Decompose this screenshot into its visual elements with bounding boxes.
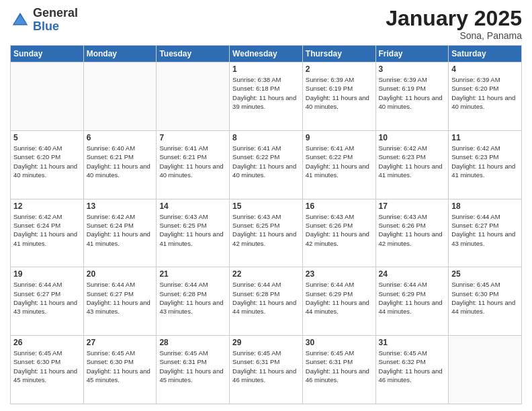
day-number: 12 (13, 201, 81, 211)
day-info-line: Sunset: 6:26 PM (306, 221, 373, 230)
day-info-line: Sunrise: 6:41 AM (306, 144, 373, 152)
day-info: Sunrise: 6:38 AMSunset: 6:18 PMDaylight:… (232, 75, 300, 111)
calendar-week-3: 12Sunrise: 6:42 AMSunset: 6:24 PMDayligh… (11, 199, 522, 267)
month-title: January 2025 (386, 7, 522, 30)
calendar-cell: 28Sunrise: 6:45 AMSunset: 6:31 PMDayligh… (157, 336, 230, 404)
calendar-cell: 5Sunrise: 6:40 AMSunset: 6:20 PMDaylight… (11, 130, 84, 199)
day-info-line: Sunrise: 6:45 AM (159, 349, 226, 357)
day-info-line: Sunset: 6:29 PM (379, 289, 446, 298)
day-number: 22 (232, 269, 300, 279)
calendar-cell: 10Sunrise: 6:42 AMSunset: 6:23 PMDayligh… (375, 130, 449, 199)
day-info-line: Sunset: 6:30 PM (13, 357, 81, 366)
day-info: Sunrise: 6:44 AMSunset: 6:27 PMDaylight:… (13, 280, 81, 316)
day-info-line: Sunrise: 6:43 AM (306, 212, 373, 221)
calendar-cell: 23Sunrise: 6:44 AMSunset: 6:29 PMDayligh… (302, 267, 375, 336)
calendar-cell: 9Sunrise: 6:41 AMSunset: 6:22 PMDaylight… (302, 130, 375, 199)
day-info-line: Daylight: 11 hours and 41 minutes. (379, 162, 446, 180)
day-info: Sunrise: 6:43 AMSunset: 6:26 PMDaylight:… (306, 212, 373, 248)
day-info-line: Sunrise: 6:39 AM (379, 75, 446, 84)
day-info-line: Daylight: 11 hours and 41 minutes. (87, 230, 154, 248)
header: General Blue January 2025 Sona, Panama (10, 7, 522, 41)
day-info-line: Daylight: 11 hours and 41 minutes. (13, 230, 81, 248)
day-info: Sunrise: 6:39 AMSunset: 6:19 PMDaylight:… (306, 75, 373, 111)
day-info-line: Sunrise: 6:44 AM (13, 280, 81, 289)
day-number: 17 (379, 201, 446, 211)
calendar-cell: 27Sunrise: 6:45 AMSunset: 6:30 PMDayligh… (83, 336, 157, 404)
day-number: 6 (87, 133, 154, 142)
day-info-line: Sunrise: 6:42 AM (451, 144, 519, 152)
calendar-cell (157, 62, 230, 131)
calendar-cell: 3Sunrise: 6:39 AMSunset: 6:19 PMDaylight… (375, 62, 449, 131)
day-number: 15 (232, 201, 300, 211)
day-info-line: Sunrise: 6:44 AM (87, 280, 154, 289)
day-number: 14 (159, 201, 226, 211)
day-info-line: Sunset: 6:32 PM (379, 357, 446, 366)
day-info-line: Daylight: 11 hours and 45 minutes. (87, 367, 154, 385)
logo-general: General (33, 7, 78, 20)
day-info: Sunrise: 6:44 AMSunset: 6:28 PMDaylight:… (232, 280, 300, 316)
calendar-header-tuesday: Tuesday (157, 46, 230, 62)
calendar-cell: 7Sunrise: 6:41 AMSunset: 6:21 PMDaylight… (157, 130, 230, 199)
day-info-line: Daylight: 11 hours and 44 minutes. (451, 298, 519, 316)
day-info-line: Sunset: 6:27 PM (13, 289, 81, 298)
day-info-line: Sunset: 6:29 PM (306, 289, 373, 298)
day-info: Sunrise: 6:39 AMSunset: 6:19 PMDaylight:… (379, 75, 446, 111)
day-number: 25 (451, 269, 519, 279)
calendar-cell: 6Sunrise: 6:40 AMSunset: 6:21 PMDaylight… (83, 130, 157, 199)
calendar-cell: 15Sunrise: 6:43 AMSunset: 6:25 PMDayligh… (230, 199, 303, 267)
day-info-line: Daylight: 11 hours and 42 minutes. (306, 230, 373, 248)
calendar-cell: 26Sunrise: 6:45 AMSunset: 6:30 PMDayligh… (11, 336, 84, 404)
day-info-line: Sunset: 6:25 PM (232, 221, 300, 230)
calendar-header-sunday: Sunday (11, 46, 84, 62)
day-info-line: Sunset: 6:26 PM (379, 221, 446, 230)
calendar-header-saturday: Saturday (449, 46, 522, 62)
day-info-line: Daylight: 11 hours and 39 minutes. (232, 93, 300, 111)
day-info-line: Sunrise: 6:45 AM (306, 349, 373, 357)
day-info: Sunrise: 6:43 AMSunset: 6:25 PMDaylight:… (159, 212, 226, 248)
day-info-line: Sunrise: 6:45 AM (451, 280, 519, 289)
day-info-line: Daylight: 11 hours and 40 minutes. (306, 93, 373, 111)
day-info-line: Daylight: 11 hours and 41 minutes. (306, 162, 373, 180)
day-info-line: Sunset: 6:21 PM (87, 152, 154, 161)
calendar-header-friday: Friday (375, 46, 449, 62)
day-info-line: Sunset: 6:21 PM (159, 152, 226, 161)
calendar-cell: 18Sunrise: 6:44 AMSunset: 6:27 PMDayligh… (449, 199, 522, 267)
day-info-line: Daylight: 11 hours and 40 minutes. (451, 93, 519, 111)
day-info-line: Sunrise: 6:42 AM (379, 144, 446, 152)
day-info-line: Sunrise: 6:44 AM (451, 212, 519, 221)
day-info-line: Daylight: 11 hours and 42 minutes. (379, 230, 446, 248)
day-info-line: Sunrise: 6:43 AM (379, 212, 446, 221)
day-info-line: Daylight: 11 hours and 43 minutes. (87, 298, 154, 316)
day-info-line: Sunrise: 6:40 AM (13, 144, 81, 152)
day-info-line: Sunset: 6:23 PM (451, 152, 519, 161)
day-number: 2 (306, 64, 373, 74)
day-info-line: Sunrise: 6:44 AM (232, 280, 300, 289)
day-number: 31 (379, 338, 446, 347)
day-info-line: Daylight: 11 hours and 45 minutes. (159, 367, 226, 385)
day-info-line: Daylight: 11 hours and 46 minutes. (306, 367, 373, 385)
day-info: Sunrise: 6:42 AMSunset: 6:24 PMDaylight:… (87, 212, 154, 248)
day-info-line: Sunrise: 6:38 AM (232, 75, 300, 84)
day-info-line: Sunrise: 6:44 AM (379, 280, 446, 289)
calendar-cell: 31Sunrise: 6:45 AMSunset: 6:32 PMDayligh… (375, 336, 449, 404)
day-info-line: Sunset: 6:23 PM (379, 152, 446, 161)
logo-blue: Blue (33, 20, 78, 34)
day-info: Sunrise: 6:44 AMSunset: 6:29 PMDaylight:… (379, 280, 446, 316)
day-number: 11 (451, 133, 519, 142)
day-info-line: Sunset: 6:19 PM (306, 84, 373, 93)
day-number: 29 (232, 338, 300, 347)
day-info-line: Sunset: 6:24 PM (13, 221, 81, 230)
calendar-cell: 16Sunrise: 6:43 AMSunset: 6:26 PMDayligh… (302, 199, 375, 267)
day-number: 18 (451, 201, 519, 211)
day-info: Sunrise: 6:45 AMSunset: 6:30 PMDaylight:… (87, 349, 154, 384)
day-number: 30 (306, 338, 373, 347)
calendar-week-5: 26Sunrise: 6:45 AMSunset: 6:30 PMDayligh… (11, 336, 522, 404)
calendar-cell: 8Sunrise: 6:41 AMSunset: 6:22 PMDaylight… (230, 130, 303, 199)
day-number: 28 (159, 338, 226, 347)
day-info-line: Daylight: 11 hours and 43 minutes. (159, 298, 226, 316)
day-info-line: Sunset: 6:22 PM (232, 152, 300, 161)
day-info: Sunrise: 6:43 AMSunset: 6:26 PMDaylight:… (379, 212, 446, 248)
day-number: 24 (379, 269, 446, 279)
day-info: Sunrise: 6:44 AMSunset: 6:28 PMDaylight:… (159, 280, 226, 316)
day-number: 7 (159, 133, 226, 142)
